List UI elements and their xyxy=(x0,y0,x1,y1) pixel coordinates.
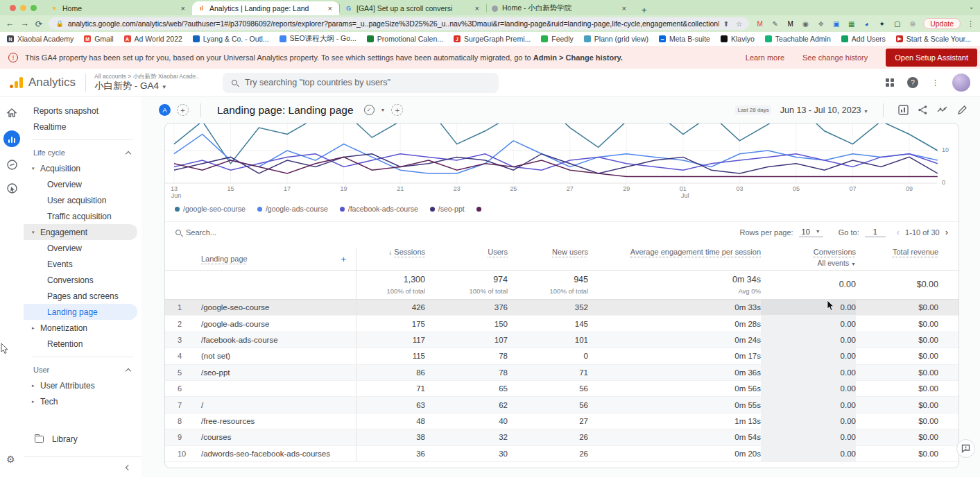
comparison-chart-icon[interactable] xyxy=(898,105,909,115)
admin-gear-icon[interactable]: ⚙ xyxy=(6,454,15,465)
table-row[interactable]: 9/courses3832260m 54s0.00$0.00 xyxy=(165,429,958,445)
report-tab-chip[interactable]: A xyxy=(159,104,171,116)
table-row[interactable]: 7/6362560m 55s0.00$0.00 xyxy=(165,397,958,413)
see-change-history-link[interactable]: See change history xyxy=(802,53,868,62)
extension-icon[interactable]: ▣ xyxy=(832,20,841,28)
collapse-section-icon[interactable] xyxy=(126,151,131,156)
bookmark-item[interactable]: MGmail xyxy=(84,35,113,43)
table-row[interactable]: 4(not set)1157800m 17s0.00$0.00 xyxy=(165,348,958,364)
column-total-revenue[interactable]: Total revenue xyxy=(856,248,938,256)
learn-more-link[interactable]: Learn more xyxy=(746,53,784,62)
chevron-right-icon[interactable]: ▸ xyxy=(32,383,40,389)
extension-icon[interactable]: ✎ xyxy=(771,20,780,28)
sidebar-collapse[interactable] xyxy=(24,456,141,477)
title-caret-icon[interactable]: ▼ xyxy=(381,108,386,112)
sidebar-item-acquisition[interactable]: ▾Acquisition xyxy=(24,160,137,176)
url-bar[interactable]: 🔒 analytics.google.com/analytics/web/?au… xyxy=(49,17,749,30)
insights-icon[interactable] xyxy=(937,105,948,115)
bookmark-item[interactable]: Plann (grid view) xyxy=(584,35,648,43)
chrome-update-button[interactable]: Update xyxy=(923,18,961,29)
tab-close-icon[interactable]: × xyxy=(474,4,481,12)
browser-menu-icon[interactable]: ⋮ xyxy=(967,19,974,28)
search-input[interactable]: Try searching "top countries by users" xyxy=(223,73,499,93)
bookmark-item[interactable]: Feedly xyxy=(541,35,574,43)
sidebar-item-conversions[interactable]: Conversions xyxy=(24,272,137,288)
tab-close-icon[interactable]: × xyxy=(180,4,187,12)
extension-icon[interactable]: ❖ xyxy=(816,20,825,28)
conversions-event-select[interactable]: All events ▼ xyxy=(761,259,856,267)
table-search-input[interactable]: Search... xyxy=(175,228,216,237)
table-row[interactable]: 8/free-resources4840271m 13s0.00$0.00 xyxy=(165,413,958,429)
share-page-icon[interactable]: ⬆ xyxy=(723,20,729,28)
column-engagement[interactable]: Average engagement time per session xyxy=(588,248,761,256)
column-users[interactable]: Users xyxy=(425,248,508,256)
browser-tab[interactable]: ılAnalytics | Landing page: Land× xyxy=(192,1,339,15)
extension-icon[interactable]: ⊜ xyxy=(908,20,917,28)
sidebar-item-traffic-acquisition[interactable]: Traffic acquisition xyxy=(24,208,137,224)
advertising-icon[interactable] xyxy=(6,182,18,194)
edit-report-icon[interactable] xyxy=(957,105,968,115)
date-range[interactable]: Jun 13 - Jul 10, 2023 ▼ xyxy=(780,105,868,115)
account-switcher[interactable]: All accounts > 小白新势 Xiaobai Acade.. 小白新势… xyxy=(94,73,199,92)
open-setup-assistant-button[interactable]: Open Setup Assistant xyxy=(886,49,977,67)
bookmark-item[interactable]: Teachable Admin xyxy=(765,35,831,43)
chevron-down-icon[interactable]: ▾ xyxy=(32,166,40,171)
sidebar-item-overview[interactable]: Overview xyxy=(24,240,137,256)
sidebar-item-engagement[interactable]: ▾Engagement xyxy=(24,224,137,240)
extension-icon[interactable]: ◉ xyxy=(801,20,810,28)
collapse-sidebar-icon[interactable] xyxy=(126,464,131,470)
url-text[interactable]: analytics.google.com/analytics/web/?auth… xyxy=(68,19,719,28)
sidebar-section-life-cycle[interactable]: Life cycle xyxy=(24,145,141,160)
analytics-logo-icon[interactable] xyxy=(10,77,23,88)
bookmark-item[interactable]: Lyang & Co. - Outl... xyxy=(193,35,269,43)
sidebar-item-realtime[interactable]: Realtime xyxy=(24,119,137,135)
table-row[interactable]: 5/seo-ppt8678710m 36s0.00$0.00 xyxy=(165,365,958,381)
table-row[interactable]: 3/facebook-ads-course1171071010m 24s0.00… xyxy=(165,332,958,348)
table-row[interactable]: 67165560m 56s0.00$0.00 xyxy=(165,381,958,397)
sidebar-item-events[interactable]: Events xyxy=(24,256,137,272)
sidebar-section-user[interactable]: User xyxy=(24,362,141,377)
feedback-button[interactable] xyxy=(956,439,975,458)
sidebar-item-library[interactable]: Library xyxy=(24,430,141,448)
chevron-right-icon[interactable]: ▸ xyxy=(32,325,40,331)
forward-icon[interactable]: → xyxy=(21,19,30,28)
sidebar-item-user-acquisition[interactable]: User acquisition xyxy=(24,192,137,208)
tab-search-chevron-icon[interactable]: ⌄ xyxy=(969,3,974,10)
chevron-down-icon[interactable]: ▾ xyxy=(32,230,40,235)
table-row[interactable]: 2/google-ads-course1751501450m 28s0.00$0… xyxy=(165,316,958,332)
sidebar-item-reports-snapshot[interactable]: Reports snapshot xyxy=(24,103,137,119)
share-report-icon[interactable] xyxy=(918,105,928,115)
sidebar-item-overview[interactable]: Overview xyxy=(24,176,137,192)
chevron-right-icon[interactable]: ▸ xyxy=(32,399,40,404)
extension-icon[interactable]: ◕ xyxy=(862,20,871,28)
add-report-button[interactable]: + xyxy=(391,104,403,116)
extension-icon[interactable]: M xyxy=(755,20,764,28)
reports-icon[interactable] xyxy=(3,130,20,147)
previous-page-icon[interactable]: ‹ xyxy=(897,227,900,237)
bookmark-item[interactable]: ▶Start & Scale Your... xyxy=(896,35,971,43)
help-icon[interactable]: ? xyxy=(907,77,918,88)
bookmark-item[interactable]: SEO课程大纲 - Go... xyxy=(280,34,356,44)
extension-icon[interactable]: ▦ xyxy=(847,20,856,28)
table-row[interactable]: 10/adwords-seo-facebook-ads-courses36302… xyxy=(165,446,958,462)
new-tab-button[interactable]: + xyxy=(633,5,655,15)
diagnostics-grid-icon[interactable] xyxy=(886,78,894,87)
go-to-input[interactable]: 1 xyxy=(865,228,886,237)
sidebar-item-monetization[interactable]: ▸Monetization xyxy=(24,320,137,336)
bookmark-item[interactable]: NXiaobai Academy xyxy=(7,35,74,43)
tab-close-icon[interactable]: × xyxy=(621,4,628,12)
maximize-window-icon[interactable] xyxy=(31,5,37,11)
rows-per-page-select[interactable]: 10▼ xyxy=(799,228,823,237)
column-conversions[interactable]: ConversionsAll events ▼ xyxy=(761,248,856,267)
explore-icon[interactable] xyxy=(6,158,18,171)
column-landing-page[interactable]: Landing page+ xyxy=(193,248,356,270)
bookmark-item[interactable]: Add Users xyxy=(841,35,886,43)
bookmark-item[interactable]: Klaviyo xyxy=(721,35,755,43)
collapse-section-icon[interactable] xyxy=(126,368,131,373)
sidebar-item-pages-and-screens[interactable]: Pages and screens xyxy=(24,288,137,304)
extension-icon[interactable]: ▢ xyxy=(893,20,902,28)
extension-icon[interactable]: ✦ xyxy=(877,20,886,28)
next-page-icon[interactable]: › xyxy=(945,227,948,237)
bookmark-item[interactable]: AAd World 2022 xyxy=(124,35,182,43)
bookmark-item[interactable]: JSurgeGraph Premi... xyxy=(454,35,531,43)
